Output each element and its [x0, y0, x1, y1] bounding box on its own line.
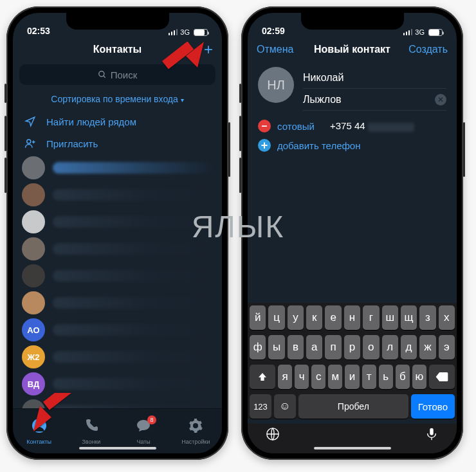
mode-key[interactable]: 123	[250, 394, 271, 419]
create-button[interactable]: Создать	[399, 37, 457, 62]
find-nearby-row[interactable]: Найти людей рядом	[13, 111, 222, 132]
key-х[interactable]: х	[439, 305, 455, 330]
key-ч[interactable]: ч	[295, 365, 309, 389]
tab-settings[interactable]: Настройки	[170, 409, 222, 453]
last-name-field[interactable]: Лыжлов ✕	[303, 89, 446, 111]
contact-name-blurred	[53, 243, 213, 255]
status-network: 3G	[180, 28, 190, 36]
status-time: 02:59	[262, 26, 285, 36]
arrow-to-tab	[33, 393, 78, 434]
avatar	[22, 156, 45, 179]
avatar: ВД	[22, 372, 45, 395]
signal-icon	[403, 29, 413, 35]
key-а[interactable]: а	[306, 335, 322, 359]
backspace-key[interactable]	[429, 365, 455, 389]
key-ю[interactable]: ю	[412, 365, 426, 389]
avatar	[22, 183, 45, 206]
invite-row[interactable]: Пригласить	[13, 132, 222, 154]
cancel-button[interactable]: Отмена	[248, 37, 302, 62]
notch	[66, 13, 169, 30]
navbar: Отмена Новый контакт Создать	[248, 37, 457, 62]
emoji-key[interactable]: ☺	[274, 394, 296, 419]
phone-right: 02:59 3G Отмена Новый контакт Создать НЛ…	[241, 6, 463, 460]
key-т[interactable]: т	[362, 365, 376, 389]
notch	[301, 13, 404, 30]
svg-point-0	[98, 71, 104, 77]
space-key[interactable]: Пробел	[298, 394, 408, 419]
battery-icon	[194, 29, 208, 36]
globe-icon[interactable]	[266, 427, 280, 444]
chats-badge: 8	[147, 415, 156, 424]
key-ь[interactable]: ь	[379, 365, 393, 389]
sort-button[interactable]: Сортировка по времени входа ▾	[13, 90, 222, 111]
mic-icon[interactable]	[425, 427, 439, 444]
add-phone-row[interactable]: + добавить телефон	[248, 136, 457, 156]
svg-rect-8	[43, 393, 75, 410]
key-о[interactable]: о	[363, 335, 379, 359]
key-з[interactable]: з	[419, 305, 435, 330]
search-icon	[98, 70, 107, 79]
contact-row[interactable]	[13, 154, 222, 181]
key-м[interactable]: м	[328, 365, 342, 389]
key-и[interactable]: и	[345, 365, 359, 389]
redacted-number	[368, 123, 414, 132]
key-ф[interactable]: ф	[250, 335, 266, 359]
contact-name-blurred	[53, 324, 213, 336]
avatar	[22, 237, 45, 260]
phone-number[interactable]: +375 44	[330, 120, 414, 131]
svg-point-2	[27, 140, 31, 143]
key-я[interactable]: я	[278, 365, 292, 389]
add-user-icon	[23, 138, 37, 149]
phone-row[interactable]: – сотовый +375 44	[248, 111, 457, 136]
key-п[interactable]: п	[325, 335, 341, 359]
remove-phone-icon[interactable]: –	[258, 120, 271, 132]
status-network: 3G	[415, 28, 425, 36]
avatar	[22, 210, 45, 233]
avatar[interactable]: НЛ	[258, 67, 294, 103]
contact-row[interactable]	[13, 289, 222, 316]
contact-name-blurred	[53, 297, 213, 309]
contact-row[interactable]	[13, 262, 222, 289]
key-е[interactable]: е	[325, 305, 341, 330]
home-indicator[interactable]	[314, 447, 391, 449]
key-л[interactable]: л	[382, 335, 398, 359]
key-ш[interactable]: ш	[382, 305, 398, 330]
contact-row[interactable]	[13, 181, 222, 208]
arrow-to-add	[159, 42, 204, 83]
key-ц[interactable]: ц	[268, 305, 284, 330]
contact-name-blurred	[53, 270, 213, 282]
key-ы[interactable]: ы	[268, 335, 284, 359]
battery-icon	[428, 29, 443, 36]
first-name-field[interactable]: Николай	[303, 67, 446, 89]
home-indicator[interactable]	[79, 447, 156, 449]
key-й[interactable]: й	[250, 305, 266, 330]
avatar: Ж2	[22, 345, 45, 368]
contact-row[interactable]	[13, 208, 222, 235]
location-icon	[23, 116, 37, 127]
key-к[interactable]: к	[306, 305, 322, 330]
key-д[interactable]: д	[401, 335, 417, 359]
shift-key[interactable]	[250, 365, 275, 389]
phone-type[interactable]: сотовый	[277, 121, 324, 132]
key-в[interactable]: в	[288, 335, 304, 359]
contact-row[interactable]	[13, 235, 222, 262]
page-title: Новый контакт	[314, 44, 390, 55]
key-б[interactable]: б	[396, 365, 410, 389]
key-г[interactable]: г	[363, 305, 379, 330]
new-contact-header: НЛ Николай Лыжлов ✕	[248, 62, 457, 111]
key-с[interactable]: с	[311, 365, 325, 389]
contact-row[interactable]: АО	[13, 316, 222, 343]
keyboard[interactable]: йцукенгшщзх фывапролджэ ячсмитьбю 123 ☺ …	[248, 303, 457, 419]
contact-row[interactable]: Ж2	[13, 343, 222, 370]
add-phone-icon[interactable]: +	[258, 139, 271, 152]
key-ж[interactable]: ж	[419, 335, 435, 359]
key-р[interactable]: р	[344, 335, 360, 359]
key-щ[interactable]: щ	[401, 305, 417, 330]
phone-icon	[84, 418, 99, 437]
contacts-list[interactable]: АОЖ2ВД	[13, 154, 222, 408]
clear-icon[interactable]: ✕	[435, 94, 446, 105]
go-key[interactable]: Готово	[411, 394, 455, 419]
key-у[interactable]: у	[288, 305, 304, 330]
key-э[interactable]: э	[439, 335, 455, 359]
key-н[interactable]: н	[344, 305, 360, 330]
